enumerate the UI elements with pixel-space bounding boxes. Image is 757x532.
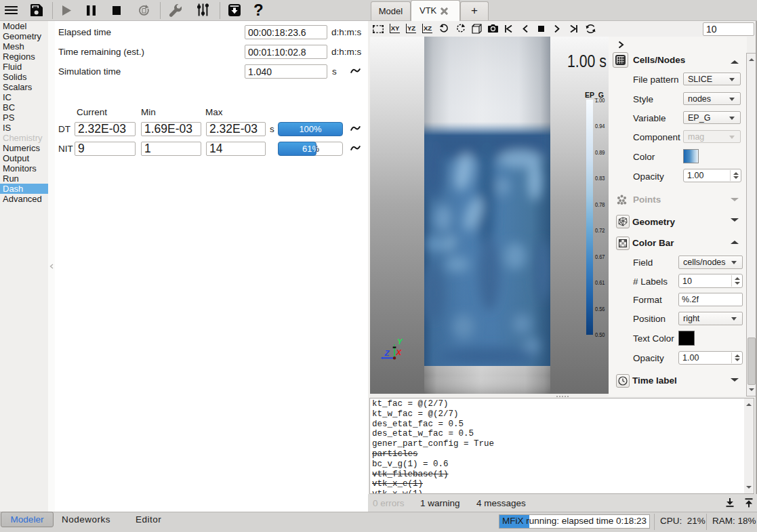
svg-text:0.78: 0.78 — [595, 201, 605, 208]
svg-text:0.56: 0.56 — [595, 305, 605, 312]
svg-text:0.89: 0.89 — [595, 148, 605, 156]
svg-text:1.00 s: 1.00 s — [567, 52, 607, 70]
svg-text:0.83: 0.83 — [595, 174, 605, 182]
svg-text:0.94: 0.94 — [595, 122, 605, 129]
svg-text:1.00: 1.00 — [595, 96, 605, 104]
svg-text:Y: Y — [397, 337, 403, 346]
svg-text:0.67: 0.67 — [595, 253, 605, 260]
svg-text:Z: Z — [384, 349, 390, 357]
svg-text:0.61: 0.61 — [595, 279, 605, 286]
svg-text:0.72: 0.72 — [595, 226, 605, 234]
svg-text:X: X — [396, 348, 403, 356]
svg-text:0.50: 0.50 — [595, 331, 605, 338]
